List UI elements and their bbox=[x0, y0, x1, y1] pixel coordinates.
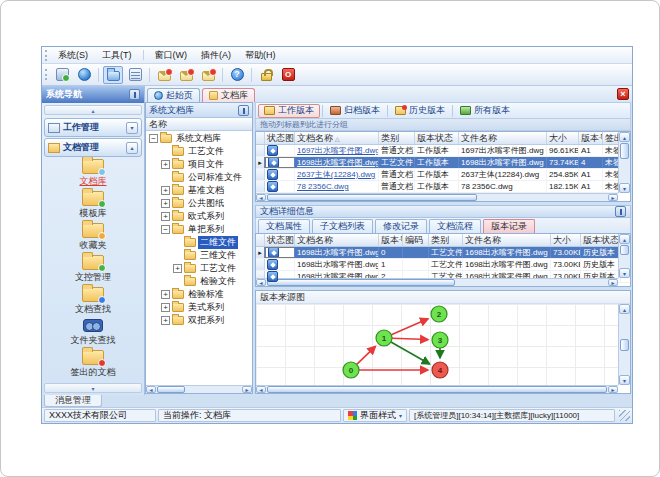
sidebar-collapse-strip[interactable]: ▴ bbox=[44, 105, 142, 115]
tree-expander-icon[interactable]: + bbox=[161, 303, 170, 312]
toolbar-drag-grip[interactable] bbox=[45, 69, 48, 80]
table-row[interactable]: ▸1698出水嘴零件图.dwg工艺文件工作版本1698出水嘴零件图.dwg73.… bbox=[256, 157, 630, 169]
version-node-2[interactable]: 2 bbox=[431, 306, 447, 322]
column-header[interactable]: 文件名称 bbox=[459, 132, 547, 144]
menu-item[interactable]: 帮助(H) bbox=[238, 48, 283, 63]
work-version-button[interactable]: 工作版本 bbox=[258, 104, 320, 118]
tab-message-management[interactable]: 消息管理 bbox=[44, 395, 102, 407]
close-icon[interactable]: × bbox=[617, 88, 629, 100]
sidebar-item-文档查找[interactable]: 文档查找 bbox=[75, 287, 111, 316]
table-row[interactable]: 78 2356C.dwg普通文档工作版本78 2356C.dwg182.15KB… bbox=[256, 181, 630, 193]
scroll-left-icon[interactable]: ◂ bbox=[256, 386, 266, 393]
detail-tab-文档流程[interactable]: 文档流程 bbox=[429, 219, 481, 233]
detail-tab-版本记录[interactable]: 版本记录 bbox=[483, 219, 535, 233]
tree-expander-icon[interactable]: + bbox=[161, 199, 170, 208]
sidebar-item-收藏夹[interactable]: 收藏夹 bbox=[80, 223, 107, 252]
mail-receive-button[interactable] bbox=[198, 66, 218, 84]
table-vertical-scrollbar[interactable]: ▴ ▾ bbox=[618, 132, 630, 193]
menu-item[interactable]: 插件(A) bbox=[194, 48, 238, 63]
tree-item[interactable]: 工艺文件 bbox=[146, 145, 252, 158]
pin-icon[interactable] bbox=[129, 89, 140, 100]
column-header[interactable]: 文档名称△ bbox=[295, 132, 379, 144]
tree-item[interactable]: 公司标准文件 bbox=[146, 171, 252, 184]
version-node-0[interactable]: 0 bbox=[343, 362, 359, 378]
column-header[interactable]: 版本状态 bbox=[415, 132, 459, 144]
tree-item[interactable]: 检验文件 bbox=[146, 275, 252, 288]
exit-button[interactable] bbox=[278, 66, 298, 84]
scroll-thumb[interactable] bbox=[267, 194, 477, 201]
scroll-left-icon[interactable]: ◂ bbox=[256, 279, 266, 286]
scroll-up-icon[interactable]: ▴ bbox=[619, 132, 630, 142]
scroll-thumb[interactable] bbox=[620, 339, 629, 351]
mail-send-button[interactable] bbox=[176, 66, 196, 84]
scroll-down-icon[interactable]: ▾ bbox=[619, 375, 630, 385]
sidebar-group-document-management[interactable]: 文档管理 ▴ bbox=[44, 138, 142, 157]
column-header[interactable]: 编码 bbox=[403, 234, 429, 246]
chevron-down-icon[interactable]: ▾ bbox=[126, 122, 138, 134]
scroll-thumb[interactable] bbox=[620, 245, 629, 255]
tree-item[interactable]: +双把系列 bbox=[146, 314, 252, 327]
all-versions-button[interactable]: 所有版本 bbox=[455, 104, 515, 118]
tree-item[interactable]: +项目文件 bbox=[146, 158, 252, 171]
archive-version-button[interactable]: 归档版本 bbox=[325, 104, 385, 118]
document-library-button[interactable] bbox=[103, 66, 123, 84]
menu-item[interactable]: 系统(S) bbox=[51, 48, 95, 63]
menu-item[interactable]: 窗口(W) bbox=[148, 48, 195, 63]
tree-expander-icon[interactable]: + bbox=[173, 264, 182, 273]
scroll-up-icon[interactable]: ▴ bbox=[619, 234, 630, 244]
scroll-up-icon[interactable]: ▴ bbox=[619, 304, 630, 314]
chevron-up-icon[interactable]: ▴ bbox=[126, 142, 138, 154]
table-vertical-scrollbar[interactable]: ▴ ▾ bbox=[618, 234, 630, 278]
scroll-left-icon[interactable]: ◂ bbox=[146, 386, 156, 393]
tree-item[interactable]: −系统文档库 bbox=[146, 132, 252, 145]
tree-item[interactable]: +公共图纸 bbox=[146, 197, 252, 210]
column-header[interactable]: 状态图 bbox=[265, 234, 295, 246]
tab-document-library[interactable]: 文档库 bbox=[202, 88, 255, 102]
sidebar-item-模板库[interactable]: 模板库 bbox=[80, 191, 107, 220]
graph-horizontal-scrollbar[interactable]: ◂ ▸ bbox=[256, 385, 618, 393]
tree-expander-icon[interactable]: + bbox=[161, 290, 170, 299]
tree-expander-icon[interactable]: + bbox=[161, 160, 170, 169]
sidebar-item-签出的文档[interactable]: 签出的文档 bbox=[71, 350, 116, 379]
sidebar-item-文控管理[interactable]: 文控管理 bbox=[75, 255, 111, 284]
tree-column-header[interactable]: 名称 bbox=[146, 118, 252, 131]
tree-expander-icon[interactable]: − bbox=[149, 134, 158, 143]
graph-vertical-scrollbar[interactable]: ▴ ▾ bbox=[618, 304, 630, 385]
tree-horizontal-scrollbar[interactable]: ◂ ▸ bbox=[146, 385, 252, 393]
menu-drag-grip[interactable] bbox=[45, 50, 48, 61]
tree-item[interactable]: +基准文档 bbox=[146, 184, 252, 197]
mail-delete-button[interactable] bbox=[154, 66, 174, 84]
detail-tab-子文档列表[interactable]: 子文档列表 bbox=[312, 219, 373, 233]
menu-item[interactable]: 工具(T) bbox=[95, 48, 139, 63]
sidebar-item-文件夹查找[interactable]: 文件夹查找 bbox=[71, 319, 116, 347]
tree-item[interactable]: +工艺文件 bbox=[146, 262, 252, 275]
scroll-right-icon[interactable]: ▸ bbox=[608, 386, 618, 393]
pin-icon[interactable] bbox=[238, 105, 249, 116]
tree-item[interactable]: +美式系列 bbox=[146, 301, 252, 314]
scroll-right-icon[interactable]: ▸ bbox=[242, 386, 252, 393]
tree-item[interactable]: −单把系列 bbox=[146, 223, 252, 236]
table-row[interactable]: 2637主体(12284).dwg普通文档工作版本2637主体(12284).d… bbox=[256, 169, 630, 181]
column-header[interactable]: 类别 bbox=[429, 234, 463, 246]
tree-expander-icon[interactable]: − bbox=[161, 225, 170, 234]
detail-tab-文档属性[interactable]: 文档属性 bbox=[258, 219, 310, 233]
scroll-thumb[interactable] bbox=[157, 386, 185, 393]
scroll-left-icon[interactable]: ◂ bbox=[256, 194, 266, 201]
tree-item[interactable]: +欧式系列 bbox=[146, 210, 252, 223]
column-header[interactable]: 版本号 bbox=[379, 234, 403, 246]
sidebar-group-work-management[interactable]: 工作管理 ▾ bbox=[44, 118, 142, 137]
task-list-button[interactable] bbox=[125, 66, 145, 84]
table-row[interactable]: 1698出水嘴零件图.dwg1工艺文件1698出水嘴零件图.dwg73.00KB… bbox=[256, 259, 630, 271]
scroll-thumb[interactable] bbox=[620, 143, 629, 159]
column-header[interactable]: 类别 bbox=[379, 132, 415, 144]
table-horizontal-scrollbar[interactable]: ◂ ▸ bbox=[256, 278, 618, 286]
column-header[interactable]: 大小 bbox=[547, 132, 579, 144]
table-row[interactable]: ▸1698出水嘴零件图.dwg0工艺文件1698出水嘴零件图.dwg73.00K… bbox=[256, 247, 630, 259]
interface-style-selector[interactable]: 界面样式 ▾ bbox=[343, 409, 407, 422]
scroll-right-icon[interactable]: ▸ bbox=[608, 194, 618, 201]
column-header[interactable]: 文档名称 bbox=[295, 234, 379, 246]
version-node-1[interactable]: 1 bbox=[376, 330, 392, 346]
tree-expander-icon[interactable]: + bbox=[161, 186, 170, 195]
help-button[interactable] bbox=[227, 66, 247, 84]
column-header[interactable]: 版本状态 bbox=[581, 234, 621, 246]
